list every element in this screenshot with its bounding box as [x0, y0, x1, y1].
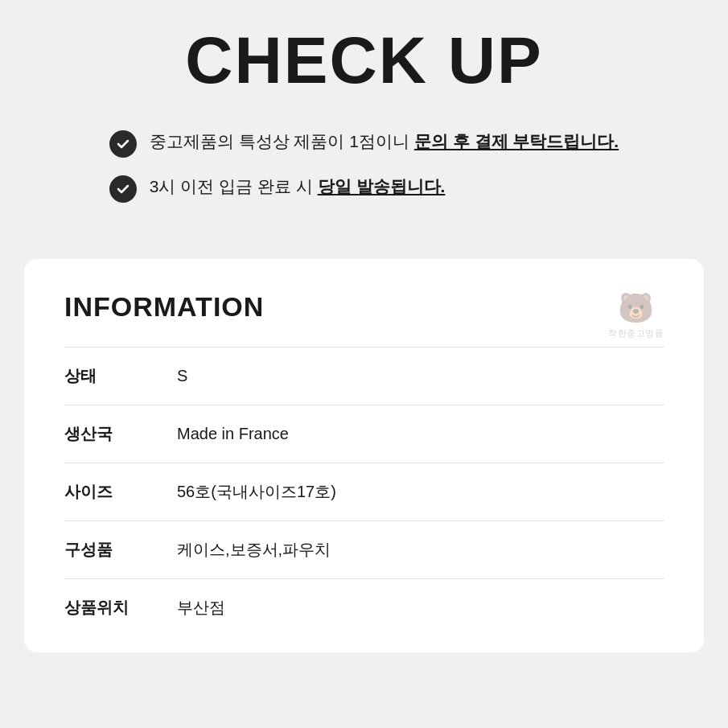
info-value-status: S — [177, 367, 187, 385]
check-item-2: 3시 이전 입금 완료 시 당일 발송됩니다. — [109, 174, 619, 203]
page-wrapper: CHECK UP 중고제품의 특성상 제품이 1점이니 문의 후 결제 부탁드립… — [0, 0, 728, 652]
checkmark-icon-1 — [109, 130, 137, 158]
watermark-bear-icon: 🐻 — [608, 291, 664, 325]
info-label-location: 상품위치 — [64, 597, 177, 619]
info-row-location: 상품위치 부산점 — [64, 578, 664, 636]
info-label-status: 상태 — [64, 365, 177, 387]
info-label-origin: 생산국 — [64, 423, 177, 445]
info-value-location: 부산점 — [177, 597, 225, 619]
info-row-origin: 생산국 Made in France — [64, 405, 664, 463]
check-bold-2: 당일 발송됩니다. — [318, 177, 446, 195]
information-title: INFORMATION — [64, 291, 664, 323]
watermark-text: 착한중고명품 — [608, 328, 664, 338]
info-label-components: 구성품 — [64, 539, 177, 561]
info-row-components: 구성품 케이스,보증서,파우치 — [64, 520, 664, 578]
checklist: 중고제품의 특성상 제품이 1점이니 문의 후 결제 부탁드립니다. 3시 이전… — [109, 129, 619, 219]
check-text-1: 중고제품의 특성상 제품이 1점이니 문의 후 결제 부탁드립니다. — [150, 129, 619, 154]
check-text-2: 3시 이전 입금 완료 시 당일 발송됩니다. — [150, 174, 446, 199]
information-card: INFORMATION 🐻 착한중고명품 상태 S 생산국 Made in Fr… — [24, 259, 704, 652]
header-section: CHECK UP 중고제품의 특성상 제품이 1점이니 문의 후 결제 부탁드립… — [0, 0, 728, 243]
info-row-status: 상태 S — [64, 347, 664, 405]
info-value-size: 56호(국내사이즈17호) — [177, 481, 336, 503]
info-value-origin: Made in France — [177, 425, 289, 443]
info-value-components: 케이스,보증서,파우치 — [177, 539, 331, 561]
check-bold-1: 문의 후 결제 부탁드립니다. — [414, 132, 619, 150]
checkmark-icon-2 — [109, 175, 137, 203]
watermark: 🐻 착한중고명품 — [608, 291, 664, 339]
info-row-size: 사이즈 56호(국내사이즈17호) — [64, 463, 664, 520]
main-title: CHECK UP — [32, 24, 696, 97]
check-item-1: 중고제품의 특성상 제품이 1점이니 문의 후 결제 부탁드립니다. — [109, 129, 619, 158]
info-label-size: 사이즈 — [64, 481, 177, 503]
